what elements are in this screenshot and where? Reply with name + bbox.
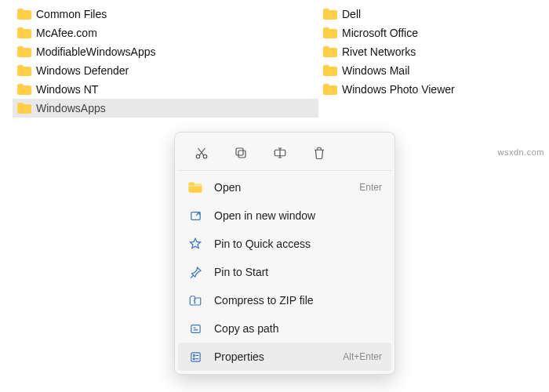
folder-column-left: Common Files McAfee.com ModifiableWindow… xyxy=(13,5,318,118)
folder-label: Windows Photo Viewer xyxy=(342,83,455,96)
menu-label: Compress to ZIP file xyxy=(214,294,382,307)
menu-label: Pin to Start xyxy=(214,266,382,278)
folder-item[interactable]: McAfee.com xyxy=(13,24,318,42)
folder-icon xyxy=(17,27,31,39)
menu-label: Open xyxy=(214,181,348,194)
menu-shortcut: Enter xyxy=(359,182,382,193)
folder-item[interactable]: Windows NT xyxy=(13,80,318,99)
folder-label: Microsoft Office xyxy=(342,27,418,39)
folder-icon xyxy=(17,103,31,114)
folder-item-selected[interactable]: WindowsApps xyxy=(13,99,318,118)
folder-label: Windows Defender xyxy=(36,64,129,77)
folder-item[interactable]: Dell xyxy=(318,5,538,24)
svg-rect-3 xyxy=(236,148,243,155)
menu-label: Open in new window xyxy=(214,209,382,222)
folder-label: Rivet Networks xyxy=(342,45,416,58)
folder-item[interactable]: ModifiableWindowsApps xyxy=(13,42,318,61)
svg-point-9 xyxy=(193,358,195,359)
menu-shortcut: Alt+Enter xyxy=(343,351,382,362)
context-menu-top-actions xyxy=(178,136,391,171)
folder-label: Dell xyxy=(342,8,361,20)
menu-item-compress-zip[interactable]: Compress to ZIP file xyxy=(178,286,391,314)
folder-icon xyxy=(323,27,337,39)
folder-icon xyxy=(17,65,31,77)
svg-rect-2 xyxy=(238,151,245,158)
menu-item-open[interactable]: Open Enter xyxy=(178,173,391,201)
menu-label: Properties xyxy=(214,350,332,363)
menu-item-properties[interactable]: Properties Alt+Enter xyxy=(178,343,391,371)
folder-item[interactable]: Windows Defender xyxy=(13,61,318,80)
menu-label: Copy as path xyxy=(214,322,382,335)
copy-path-icon xyxy=(187,321,203,336)
menu-item-pin-quick-access[interactable]: Pin to Quick access xyxy=(178,230,391,258)
folder-icon xyxy=(17,46,31,58)
menu-label: Pin to Quick access xyxy=(214,238,382,250)
folder-icon xyxy=(17,84,31,96)
cut-icon[interactable] xyxy=(192,143,211,162)
context-menu: Open Enter Open in new window Pin to Qui… xyxy=(174,132,395,375)
folder-icon xyxy=(323,65,337,77)
svg-point-8 xyxy=(193,354,195,356)
folder-item[interactable]: Microsoft Office xyxy=(318,24,538,42)
folder-label: Windows NT xyxy=(36,83,98,96)
open-new-window-icon xyxy=(187,208,203,223)
folder-item[interactable]: Common Files xyxy=(13,5,318,24)
menu-item-open-new-window[interactable]: Open in new window xyxy=(178,201,391,230)
properties-icon xyxy=(187,349,203,365)
folder-open-icon xyxy=(187,180,203,195)
folder-label: Windows Mail xyxy=(342,64,409,77)
menu-item-pin-start[interactable]: Pin to Start xyxy=(178,258,391,286)
svg-point-0 xyxy=(196,154,200,158)
pin-icon xyxy=(187,264,203,280)
folder-pane: Common Files McAfee.com ModifiableWindow… xyxy=(0,0,549,118)
folder-icon xyxy=(323,9,337,20)
svg-rect-6 xyxy=(191,325,199,332)
folder-label: Common Files xyxy=(36,8,107,20)
star-icon xyxy=(187,236,203,252)
watermark: wsxdn.com xyxy=(497,147,544,157)
copy-icon[interactable] xyxy=(231,143,250,162)
folder-item[interactable]: Windows Mail xyxy=(318,61,538,80)
delete-icon[interactable] xyxy=(310,143,329,162)
folder-icon xyxy=(323,46,337,58)
folder-icon xyxy=(323,84,337,96)
folder-item[interactable]: Rivet Networks xyxy=(318,42,538,61)
folder-icon xyxy=(17,9,31,20)
svg-rect-7 xyxy=(191,352,199,361)
folder-label: McAfee.com xyxy=(36,27,97,39)
svg-point-1 xyxy=(203,154,207,158)
folder-column-right: Dell Microsoft Office Rivet Networks Win… xyxy=(318,5,538,118)
rename-icon[interactable] xyxy=(271,143,289,162)
zip-icon xyxy=(187,292,203,308)
folder-label: WindowsApps xyxy=(36,102,106,114)
menu-item-copy-path[interactable]: Copy as path xyxy=(178,314,391,343)
folder-item[interactable]: Windows Photo Viewer xyxy=(318,80,538,99)
folder-label: ModifiableWindowsApps xyxy=(36,45,156,58)
